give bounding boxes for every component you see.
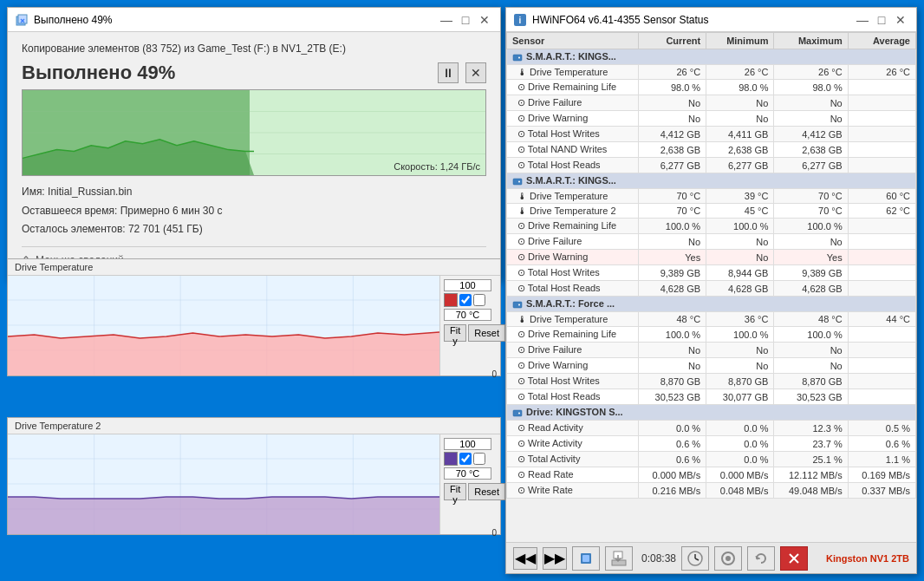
maximize-button[interactable]: □ <box>457 11 474 29</box>
graph-2-zero: 0 <box>444 502 497 538</box>
table-row[interactable]: ⊙ Total Host Writes8,870 GB8,870 GB8,870… <box>507 374 916 389</box>
hwinfo-table-container: Sensor Current Minimum Maximum Average S… <box>506 32 916 542</box>
table-row[interactable]: ⊙ Total Host Writes4,412 GB4,411 GB4,412… <box>507 127 916 142</box>
table-row[interactable]: ⊙ Drive FailureNoNoNo <box>507 95 916 111</box>
close-button[interactable]: ✕ <box>476 11 493 29</box>
settings-icon-button[interactable] <box>714 546 742 571</box>
statusbar-time: 0:08:38 <box>641 552 676 565</box>
svg-rect-1 <box>18 15 27 23</box>
table-row[interactable]: ⊙ Drive FailureNoNoNo <box>507 234 916 250</box>
table-row[interactable]: ⊙ Drive WarningYesNoYes <box>507 250 916 265</box>
hwinfo-close-button[interactable]: ✕ <box>892 11 909 29</box>
graph-1-body: Fit y Reset 0 <box>8 276 500 375</box>
graph-1-color-row <box>444 293 497 307</box>
table-group-header: S.M.A.R.T.: KINGS... <box>507 49 916 65</box>
table-row[interactable]: ⊙ Total Host Reads4,628 GB4,628 GB4,628 … <box>507 281 916 297</box>
table-row[interactable]: ⊙ Drive Remaining Life98.0 %98.0 %98.0 % <box>507 80 916 95</box>
col-sensor: Sensor <box>507 33 639 49</box>
graph-2-color-row <box>444 452 497 466</box>
settings-icon <box>719 550 737 567</box>
graph-1-max-input[interactable] <box>444 279 491 291</box>
graph-1-btn-row: Fit y Reset <box>444 324 497 342</box>
table-row[interactable]: ⊙ Read Activity0.0 %0.0 %12.3 %0.5 % <box>507 421 916 436</box>
titlebar-left: Выполнено 49% <box>15 13 113 27</box>
graph-1-area <box>8 276 439 375</box>
hwinfo-title: HWiNFO64 v6.41-4355 Sensor Status <box>532 14 708 26</box>
stop-button[interactable]: ✕ <box>465 62 486 83</box>
table-row[interactable]: ⊙ Drive WarningNoNoNo <box>507 358 916 374</box>
table-row[interactable]: ⊙ Drive Remaining Life100.0 %100.0 %100.… <box>507 327 916 343</box>
svg-point-30 <box>518 181 520 183</box>
graph-2-fity-button[interactable]: Fit y <box>444 483 466 500</box>
svg-marker-24 <box>8 497 439 534</box>
progress-bar: Скорость: 1,24 ГБ/с <box>22 89 486 176</box>
pause-button[interactable]: ⏸ <box>438 62 459 83</box>
titlebar-controls: — □ ✕ <box>438 11 493 29</box>
minimize-button[interactable]: — <box>438 11 455 29</box>
table-row[interactable]: 🌡 Drive Temperature48 °C36 °C48 °C44 °C <box>507 312 916 327</box>
graph-2-color-box[interactable] <box>444 452 458 466</box>
copy-window: Выполнено 49% — □ ✕ Копирование элементо… <box>7 7 501 281</box>
graph-1-temp-input[interactable] <box>444 309 491 321</box>
graph-2-check1[interactable] <box>459 453 472 465</box>
file-name: Имя: Initial_Russian.bin <box>22 183 486 202</box>
close-x-button[interactable] <box>780 546 808 571</box>
svg-rect-27 <box>513 55 522 61</box>
graph-2-max-input[interactable] <box>444 438 491 450</box>
table-group-header: S.M.A.R.T.: KINGS... <box>507 173 916 189</box>
nav-forward-button[interactable]: ▶▶ <box>543 547 567 570</box>
graph-1-check1[interactable] <box>459 294 472 306</box>
copy-header-row: Выполнено 49% ⏸ ✕ <box>22 62 486 84</box>
hwinfo-sensor-table: Sensor Current Minimum Maximum Average S… <box>506 32 916 499</box>
col-minimum: Minimum <box>706 33 774 49</box>
refresh-icon <box>752 550 770 567</box>
table-row[interactable]: ⊙ Total Host Reads30,523 GB30,077 GB30,5… <box>507 389 916 405</box>
table-row[interactable]: ⊙ Total NAND Writes2,638 GB2,638 GB2,638… <box>507 142 916 158</box>
graph-panel-2: Drive Temperature 2 <box>7 417 501 535</box>
table-row[interactable]: ⊙ Read Rate0.000 MB/s0.000 MB/s12.112 MB… <box>507 467 916 483</box>
svg-rect-31 <box>513 302 522 308</box>
svg-text:i: i <box>519 16 522 25</box>
hwinfo-statusbar: ◀◀ ▶▶ 0:08:38 <box>506 542 916 573</box>
svg-point-28 <box>518 57 520 59</box>
hwinfo-maximize-button[interactable]: □ <box>873 11 890 29</box>
table-row[interactable]: ⊙ Write Activity0.6 %0.0 %23.7 %0.6 % <box>507 436 916 452</box>
copy-title: Выполнено 49% <box>34 14 113 26</box>
graph-2-temp-input[interactable] <box>444 467 491 480</box>
graph-1-reset-button[interactable]: Reset <box>468 324 505 342</box>
graph-1-zero: 0 <box>444 343 497 379</box>
graph-1-check2[interactable] <box>473 294 485 306</box>
refresh-icon-button[interactable] <box>747 546 775 571</box>
table-row[interactable]: ⊙ Total Host Writes9,389 GB8,944 GB9,389… <box>507 265 916 281</box>
table-row[interactable]: 🌡 Drive Temperature26 °C26 °C26 °C26 °C <box>507 65 916 80</box>
graph-1-color-box[interactable] <box>444 293 458 307</box>
time-left: Оставшееся время: Примерно 6 мин 30 с <box>22 202 486 221</box>
nav-back-button[interactable]: ◀◀ <box>513 547 537 570</box>
copy-controls: ⏸ ✕ <box>438 62 486 83</box>
table-row[interactable]: ⊙ Drive FailureNoNoNo <box>507 343 916 358</box>
table-row[interactable]: 🌡 Drive Temperature70 °C39 °C70 °C60 °C <box>507 189 916 204</box>
export-icon <box>610 550 628 567</box>
copy-content: Копирование элементов (83 752) из Game_T… <box>8 32 500 280</box>
svg-rect-36 <box>582 555 589 562</box>
svg-point-32 <box>518 304 520 306</box>
graph-1-controls: Fit y Reset 0 <box>439 276 500 375</box>
table-row[interactable]: ⊙ Drive Remaining Life100.0 %100.0 %100.… <box>507 219 916 234</box>
export-button[interactable] <box>605 546 633 571</box>
clock-icon-button[interactable] <box>681 546 709 571</box>
graph-2-reset-button[interactable]: Reset <box>468 483 505 500</box>
table-row[interactable]: ⊙ Total Activity0.6 %0.0 %25.1 %1.1 % <box>507 452 916 467</box>
table-row[interactable]: ⊙ Total Host Reads6,277 GB6,277 GB6,277 … <box>507 158 916 173</box>
graph-2-check2[interactable] <box>473 453 485 465</box>
hwinfo-minimize-button[interactable]: — <box>854 11 871 29</box>
sensor-icon-button[interactable] <box>572 546 600 571</box>
table-row[interactable]: ⊙ Drive WarningNoNoNo <box>507 111 916 127</box>
graph-1-fity-button[interactable]: Fit y <box>444 324 466 342</box>
svg-rect-33 <box>513 410 522 416</box>
graph-1-title: Drive Temperature <box>8 259 500 276</box>
table-row[interactable]: ⊙ Write Rate0.216 MB/s0.048 MB/s49.048 M… <box>507 483 916 499</box>
graph-2-controls: Fit y Reset 0 <box>439 434 500 534</box>
items-left: Осталось элементов: 72 701 (451 ГБ) <box>22 220 486 239</box>
table-row[interactable]: 🌡 Drive Temperature 270 °C45 °C70 °C62 °… <box>507 204 916 219</box>
graph-2-btn-row: Fit y Reset <box>444 483 497 500</box>
